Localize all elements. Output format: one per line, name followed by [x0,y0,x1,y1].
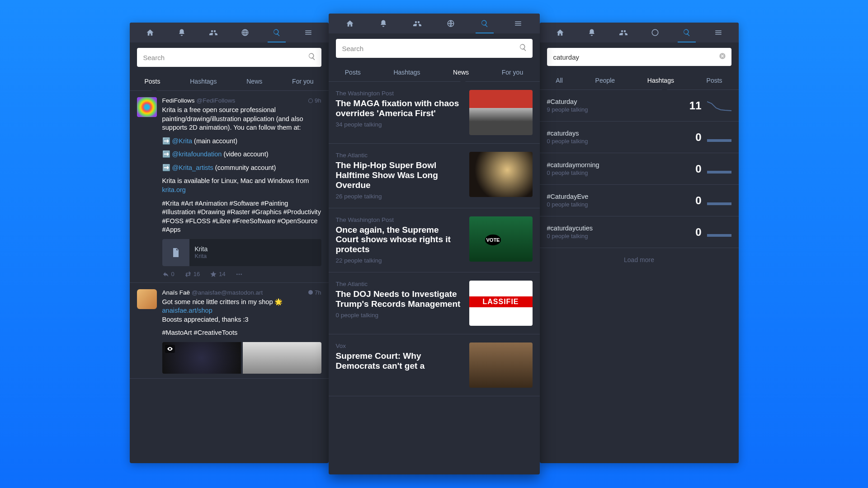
menu-icon[interactable] [304,28,313,37]
link-title: Krita [195,245,208,253]
tab-hashtags[interactable]: Hashtags [390,63,424,81]
load-more-button[interactable]: Load more [540,248,739,272]
news-title: The Hip-Hop Super Bowl Halftime Show Was… [336,160,462,190]
news-item[interactable]: The Washington Post The MAGA fixation wi… [329,82,540,144]
home-icon[interactable] [556,28,565,37]
news-thumb [469,343,533,388]
hashtag-count: 0 [695,131,701,144]
tab-all[interactable]: All [552,71,566,89]
svg-point-0 [236,273,238,275]
community-icon[interactable] [619,28,628,37]
search-input[interactable] [142,53,308,62]
avatar[interactable] [137,97,157,117]
home-icon[interactable] [345,19,354,28]
tab-people[interactable]: People [592,71,619,89]
news-item[interactable]: The Washington Post Once again, the Supr… [329,208,540,273]
hashtag-sub: 0 people talking [547,233,696,239]
post-time: 7h [308,289,321,296]
link-card[interactable]: Krita Krita [162,239,321,266]
post-author[interactable]: FediFollows [162,97,195,104]
home-icon[interactable] [146,28,155,37]
file-icon [162,239,189,266]
post-body: Krita is a free open source professional… [162,106,321,235]
hashtag-row[interactable]: #caturdaymorning 0 people talking 0 [540,153,739,185]
top-nav [329,14,540,33]
news-thumb [469,281,533,326]
hashtag-row[interactable]: #caturdaycuties 0 people talking 0 [540,216,739,248]
search-input[interactable] [341,44,519,53]
hashtag-row[interactable]: #caturdays 0 people talking 0 [540,122,739,153]
media-gallery[interactable] [162,342,321,374]
community-icon[interactable] [209,28,218,37]
reply-button[interactable]: 0 [162,271,175,278]
news-item[interactable]: Vox Supreme Court: Why Democrats can't g… [329,334,540,396]
news-title: Supreme Court: Why Democrats can't get a [336,351,462,371]
search-icon[interactable] [682,28,691,37]
news-item[interactable]: The Atlantic The Hip-Hop Super Bowl Half… [329,144,540,208]
post[interactable]: Anaïs Faë @anaisfae@mastodon.art 7h Got … [130,283,329,379]
hashtag-name: #caturdaycuties [547,225,696,232]
tab-hashtags[interactable]: Hashtags [186,72,220,90]
hashtag-name: #caturdays [547,130,696,137]
panel-posts: Posts Hashtags News For you FediFollows … [130,23,329,463]
bell-icon[interactable] [587,28,596,37]
boost-button[interactable]: 16 [184,271,200,278]
tab-news[interactable]: News [243,72,266,90]
post-handle[interactable]: @anaisfae@mastodon.art [192,289,308,296]
menu-icon[interactable] [714,28,723,37]
sparkline [707,226,731,238]
post-author[interactable]: Anaïs Faë [162,289,190,296]
hashtag-sub: 9 people talking [547,106,689,113]
svg-point-1 [238,273,240,275]
tab-foryou[interactable]: For you [498,63,527,81]
tab-posts[interactable]: Posts [141,72,164,90]
news-talking: 22 people talking [336,257,462,264]
news-thumb [469,216,533,262]
avatar[interactable] [137,289,157,309]
post-handle[interactable]: @FediFollows [197,97,308,104]
community-icon[interactable] [413,19,422,28]
menu-icon[interactable] [514,19,523,28]
bell-icon[interactable] [177,28,186,37]
tab-hashtags[interactable]: Hashtags [644,71,678,89]
news-title: The MAGA fixation with chaos overrides '… [336,99,462,118]
hashtag-row[interactable]: #CaturdayEve 0 people talking 0 [540,185,739,216]
tab-foryou[interactable]: For you [288,72,317,90]
globe-icon[interactable] [651,28,660,37]
svg-point-2 [241,273,242,275]
news-item[interactable]: The Atlantic The DOJ Needs to Investigat… [329,272,540,334]
tab-posts[interactable]: Posts [703,71,726,89]
post-link[interactable]: krita.org [162,186,186,193]
sparkline [707,163,731,175]
hashtag-name: #Caturday [547,98,689,105]
fav-button[interactable]: 14 [210,271,225,278]
post-body: Got some nice little critters in my shop… [162,298,321,338]
sparkline [707,131,731,143]
tab-posts[interactable]: Posts [341,63,364,81]
search-input[interactable] [552,53,719,61]
news-talking: 0 people talking [336,312,462,319]
globe-icon[interactable] [241,28,250,37]
post[interactable]: FediFollows @FediFollows 9h Krita is a f… [130,91,329,283]
more-button[interactable] [236,271,243,278]
sparkline [707,195,731,206]
hashtag-row[interactable]: #Caturday 9 people talking 11 [540,90,739,122]
search-icon[interactable] [272,28,281,37]
search-submit-icon[interactable] [308,52,316,62]
globe-icon[interactable] [446,19,455,28]
search-submit-icon[interactable] [519,43,527,53]
hashtag-count: 0 [695,163,701,175]
post-link[interactable]: anaisfae.art/shop [162,307,212,314]
sensitive-icon[interactable] [165,345,175,353]
link-sub: Krita [195,253,208,259]
hashtag-name: #caturdaymorning [547,161,696,169]
search-icon[interactable] [480,19,489,28]
tab-news[interactable]: News [449,63,472,81]
post-time: 9h [308,97,321,104]
clear-icon[interactable] [719,52,726,61]
bell-icon[interactable] [379,19,388,28]
news-source: The Washington Post [336,216,462,223]
news-source: The Washington Post [336,90,462,97]
news-source: The Atlantic [336,281,462,287]
hashtag-name: #CaturdayEve [547,193,696,200]
